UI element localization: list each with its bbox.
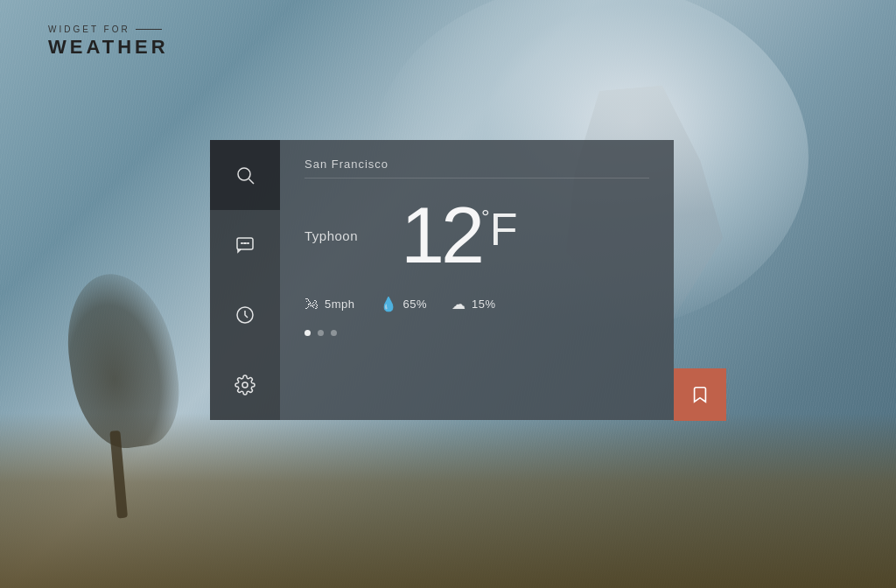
weather-main: Typhoon 12 ° F	[304, 196, 649, 275]
bookmark-button[interactable]	[674, 368, 726, 421]
cloud-stat: ☁ 15%	[452, 296, 496, 312]
dots-row	[304, 330, 649, 336]
temperature-unit: F	[490, 203, 516, 256]
dot-1[interactable]	[304, 330, 311, 336]
tree-canopy	[59, 267, 187, 455]
divider-line	[136, 29, 162, 30]
temperature-number: 12	[401, 196, 481, 275]
svg-point-0	[238, 168, 250, 180]
cloud-icon: ☁	[452, 296, 466, 312]
city-divider	[304, 178, 649, 178]
weather-widget: San Francisco Typhoon 12 ° F 🌬 5mph 💧 65…	[210, 140, 674, 420]
svg-point-10	[242, 382, 248, 388]
wind-stat: 🌬 5mph	[304, 297, 355, 312]
clock-icon	[234, 304, 256, 326]
dot-2[interactable]	[318, 330, 324, 336]
tree-shape	[70, 273, 175, 518]
sidebar-item-message[interactable]	[210, 210, 280, 280]
sidebar	[210, 140, 280, 420]
wind-value: 5mph	[325, 298, 355, 311]
cloud-value: 15%	[472, 298, 496, 311]
condition-label: Typhoon	[304, 228, 374, 243]
humidity-icon: 💧	[380, 296, 397, 312]
humidity-value: 65%	[403, 298, 428, 311]
branding: WIDGET FOR WEATHER	[48, 24, 169, 59]
dot-3[interactable]	[331, 330, 337, 336]
svg-point-8	[248, 242, 249, 244]
svg-point-7	[244, 242, 246, 244]
message-icon	[234, 234, 256, 256]
sidebar-item-settings[interactable]	[210, 350, 280, 420]
sidebar-item-clock[interactable]	[210, 280, 280, 350]
bookmark-icon	[690, 385, 710, 404]
wind-icon: 🌬	[304, 297, 318, 312]
degree-symbol: °	[481, 205, 490, 229]
settings-icon	[234, 374, 256, 396]
widget-for-label: WIDGET FOR	[48, 24, 169, 34]
search-icon	[234, 164, 256, 186]
city-name: San Francisco	[304, 158, 649, 171]
temperature-display: 12 ° F	[401, 196, 515, 275]
sidebar-item-search[interactable]	[210, 140, 280, 210]
weather-title: WEATHER	[48, 36, 169, 59]
svg-line-1	[249, 179, 255, 185]
main-panel: San Francisco Typhoon 12 ° F 🌬 5mph 💧 65…	[280, 140, 674, 420]
stats-row: 🌬 5mph 💧 65% ☁ 15%	[304, 296, 649, 312]
svg-point-6	[241, 242, 242, 244]
humidity-stat: 💧 65%	[380, 296, 428, 312]
